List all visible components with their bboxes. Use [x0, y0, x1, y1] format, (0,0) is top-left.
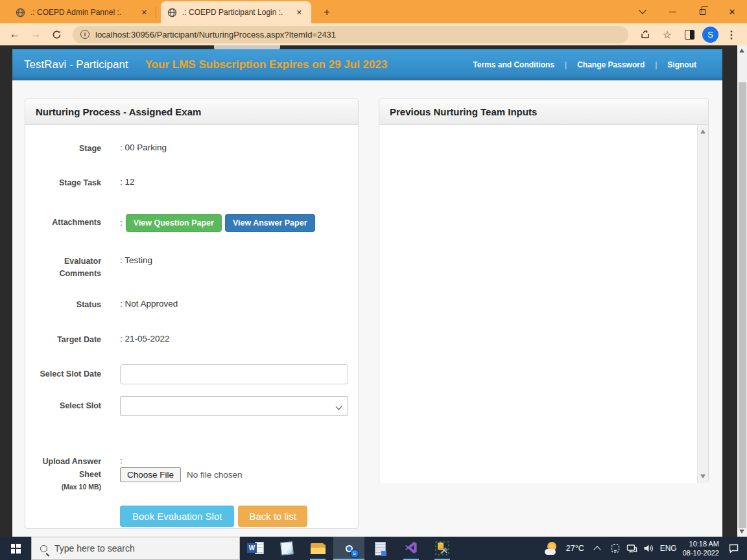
new-tab-button[interactable]: + [318, 3, 336, 21]
tab-title: .: COEPD Participant Login :. [182, 8, 289, 17]
tray-expand-button[interactable] [590, 545, 604, 552]
target-date-row: Target Date : 21-05-2022 [25, 334, 358, 346]
attachments-row: Attachments : View Question Paper View A… [25, 214, 358, 232]
page-content: Nurturing Process - Assigned Exam Stage … [12, 80, 722, 529]
upload-row: Upload Answer Sheet (Max 10 MB) : Choose… [25, 456, 358, 493]
taskbar-clock[interactable]: 10:18 AM 08-10-2022 [683, 539, 719, 558]
back-button[interactable]: ← [6, 26, 23, 43]
taskbar-item-notepad[interactable] [271, 537, 302, 560]
share-button[interactable] [636, 26, 654, 43]
weather-icon[interactable] [545, 542, 560, 555]
network-icon [626, 543, 637, 554]
attachments-colon: : [120, 218, 123, 228]
taskbar-item-chrome[interactable]: S [333, 537, 364, 560]
tab-participant-login[interactable]: .: COEPD Participant Login :. ✕ [161, 1, 311, 23]
change-password-link[interactable]: Change Password [575, 60, 647, 69]
globe-favicon-icon [167, 8, 177, 18]
side-panel-button[interactable] [680, 26, 698, 43]
slot-select[interactable] [120, 396, 348, 416]
stage-value: : 00 Parking [120, 143, 167, 152]
taskbar-item-document-app[interactable] [364, 537, 396, 560]
taskbar-item-word[interactable]: W [240, 537, 271, 560]
previous-inputs-list [379, 125, 708, 483]
scrollbar-thumb[interactable] [739, 82, 746, 528]
chrome-profile-badge: S [350, 549, 359, 558]
choose-file-button[interactable]: Choose File [120, 467, 181, 482]
panel-title: Nurturing Process - Assigned Exam [36, 106, 201, 117]
header-links: Terms and Conditions | Change Password |… [470, 60, 699, 69]
taskbar-search[interactable] [31, 537, 240, 560]
tray-network-button[interactable] [626, 543, 637, 554]
profile-avatar[interactable]: S [702, 27, 718, 43]
temperature-label[interactable]: 27°C [566, 544, 584, 553]
chevron-up-icon [593, 546, 600, 553]
tab-search-button[interactable] [628, 0, 658, 23]
browser-tab-bar: .: COEPD Admin Pannel :. ✕ .: COEPD Part… [0, 0, 747, 23]
panel-scrollbar[interactable] [697, 125, 708, 483]
evaluator-comments-row: Evaluator Comments : Testing [25, 255, 358, 281]
tab-close-icon[interactable]: ✕ [139, 7, 150, 18]
taskbar-item-dev-tool[interactable] [427, 537, 458, 560]
minimize-icon [669, 12, 676, 12]
word-icon: W [247, 541, 264, 555]
bookmark-button[interactable]: ☆ [658, 26, 676, 43]
attachments-label: Attachments [25, 216, 101, 229]
speaker-icon [643, 543, 654, 554]
taskbar-item-visual-studio[interactable] [396, 537, 427, 560]
tab-admin-panel[interactable]: .: COEPD Admin Pannel :. ✕ [9, 1, 156, 23]
browser-menu-button[interactable]: ⋮ [722, 26, 741, 43]
stage-row: Stage : 00 Parking [25, 143, 358, 155]
book-evaluation-slot-button[interactable]: Book Evaluation Slot [120, 506, 234, 527]
stage-label: Stage [25, 143, 101, 155]
scroll-down-icon[interactable] [700, 474, 706, 478]
language-indicator[interactable]: ENG [660, 544, 677, 553]
page-info-icon[interactable]: i [80, 30, 89, 39]
link-separator: | [655, 60, 657, 69]
page-viewport: TestRavi - Participant Your LMS Subscrip… [0, 45, 747, 537]
start-button[interactable] [0, 537, 31, 560]
upload-control: : Choose File No file chosen [120, 456, 243, 482]
search-input[interactable] [54, 543, 217, 554]
scroll-up-icon[interactable] [700, 130, 706, 134]
panel-header: Previous Nurturing Team Inputs [379, 99, 708, 125]
windows-taskbar: W S [0, 537, 747, 560]
evaluator-comments-value: : Testing [120, 255, 152, 265]
reload-button[interactable] [48, 26, 65, 43]
terms-link[interactable]: Terms and Conditions [470, 60, 557, 69]
view-answer-paper-button[interactable]: View Answer Paper [225, 214, 315, 232]
site-container: TestRavi - Participant Your LMS Subscrip… [12, 49, 722, 537]
minimize-button[interactable] [658, 0, 687, 23]
panel-header: Nurturing Process - Assigned Exam [25, 99, 358, 125]
url-text: localhost:30956/Participant/NurturingPro… [95, 30, 336, 40]
globe-favicon-icon [16, 8, 25, 18]
evaluator-comments-label: Evaluator Comments [25, 255, 101, 281]
reload-icon [52, 30, 62, 40]
signout-link[interactable]: Signout [665, 60, 699, 69]
tab-close-icon[interactable]: ✕ [294, 7, 305, 18]
side-panel-icon [685, 30, 694, 40]
action-center-button[interactable] [725, 543, 742, 554]
forward-button[interactable]: → [27, 26, 44, 43]
slot-date-input[interactable] [120, 364, 348, 384]
notepad-icon [280, 541, 294, 555]
tray-volume-button[interactable] [643, 543, 654, 554]
time-label: 10:18 AM [689, 540, 719, 548]
close-window-button[interactable]: ✕ [717, 0, 747, 23]
panel-title: Previous Nurturing Team Inputs [390, 106, 537, 117]
scroll-down-icon[interactable] [739, 530, 744, 533]
tray-tablet-button[interactable] [610, 543, 621, 554]
back-to-list-button[interactable]: Back to list [238, 506, 307, 527]
browser-scrollbar[interactable] [737, 45, 747, 537]
link-separator: | [565, 60, 567, 69]
windows-logo-icon [11, 544, 21, 554]
slot-label: Select Slot [25, 400, 101, 412]
address-bar[interactable]: i localhost:30956/Participant/NurturingP… [73, 26, 628, 43]
chevron-down-icon [639, 6, 646, 14]
restore-button[interactable] [687, 0, 717, 23]
taskbar-item-file-explorer[interactable] [302, 537, 333, 560]
scroll-up-icon[interactable] [739, 49, 744, 52]
tab-title: .: COEPD Admin Pannel :. [30, 8, 134, 17]
previous-inputs-panel: Previous Nurturing Team Inputs [379, 99, 709, 483]
restore-icon [700, 9, 706, 15]
view-question-paper-button[interactable]: View Question Paper [126, 214, 222, 232]
